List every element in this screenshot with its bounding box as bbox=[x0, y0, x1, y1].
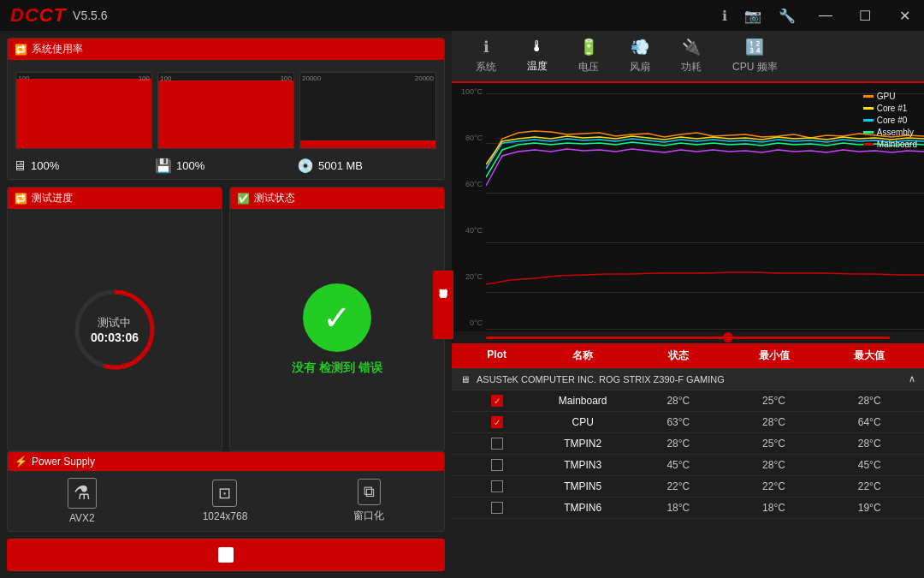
table-row: TMPIN5 22°C 22°C 22°C bbox=[452, 476, 924, 498]
logo: DCCT bbox=[10, 4, 66, 27]
y-20: 20°C bbox=[452, 272, 483, 281]
voltage-tab-icon: 🔋 bbox=[579, 38, 598, 57]
legend-core1-label: Core #1 bbox=[877, 104, 908, 113]
td-plot-2[interactable] bbox=[459, 438, 535, 450]
stop-icon bbox=[218, 547, 234, 563]
th-status: 状态 bbox=[631, 349, 726, 363]
system-usage-panel: 🔁 系统使用率 100 50 0 100 100 50 bbox=[7, 38, 445, 180]
temp-tab-label: 温度 bbox=[527, 59, 548, 74]
disk-bar bbox=[300, 140, 435, 148]
checkbox-2[interactable] bbox=[491, 438, 503, 450]
progress-icon: 🔁 bbox=[15, 193, 27, 205]
settings-icon[interactable]: 🔧 bbox=[779, 8, 796, 24]
y-100: 100°C bbox=[452, 87, 483, 96]
legend-gpu: GPU bbox=[863, 92, 917, 101]
td-plot-4[interactable] bbox=[459, 480, 535, 492]
td-status-3: 45°C bbox=[631, 459, 726, 471]
td-max-5: 19°C bbox=[821, 502, 917, 514]
td-name-3: TMPIN3 bbox=[535, 459, 631, 471]
td-plot-5[interactable] bbox=[459, 502, 535, 514]
tab-system[interactable]: ℹ 系统 bbox=[460, 31, 512, 81]
td-status-4: 22°C bbox=[631, 480, 726, 492]
td-max-0: 28°C bbox=[821, 395, 917, 407]
legend-gpu-label: GPU bbox=[877, 92, 896, 101]
td-min-5: 18°C bbox=[726, 502, 822, 514]
window-controls: — ☐ ✕ bbox=[806, 0, 924, 31]
power-icon: ⚡ bbox=[15, 456, 27, 468]
test-progress-panel: 🔁 测试进度 测试中 00:03:06 bbox=[7, 187, 222, 451]
slider-thumb[interactable] bbox=[723, 332, 733, 343]
status-highlight: 检测到 bbox=[319, 361, 355, 374]
side-toggle-button[interactable]: 临时关闭显示和录音 bbox=[433, 271, 453, 339]
status-prefix: 没有 bbox=[292, 361, 316, 374]
legend-core0-color bbox=[863, 119, 874, 122]
stop-button[interactable] bbox=[7, 539, 445, 571]
table-row: TMPIN3 45°C 28°C 45°C bbox=[452, 455, 924, 476]
legend-gpu-color bbox=[863, 95, 874, 98]
tab-voltage[interactable]: 🔋 电压 bbox=[563, 31, 614, 81]
cpu-usage-value: 100% bbox=[31, 159, 59, 172]
checkbox-5[interactable] bbox=[491, 502, 503, 514]
test-status-header: ✅ 测试状态 bbox=[230, 188, 444, 209]
mem-metric-icon: 💾 bbox=[155, 158, 172, 174]
status-suffix: 错误 bbox=[358, 361, 382, 374]
th-max: 最大值 bbox=[821, 349, 917, 363]
chart-area: 100°C 80°C 60°C 40°C 20°C 0°C bbox=[452, 83, 924, 331]
ps-item-avx2: ⚗ AVX2 bbox=[68, 478, 97, 524]
td-plot-3[interactable] bbox=[459, 459, 535, 471]
info-icon[interactable]: ℹ bbox=[722, 8, 727, 24]
voltage-tab-label: 电压 bbox=[578, 60, 599, 74]
timer-text: 测试中 00:03:06 bbox=[91, 315, 139, 344]
legend-core0-label: Core #0 bbox=[877, 116, 908, 125]
check-circle: ✓ bbox=[303, 283, 371, 352]
window-mode-label: 窗口化 bbox=[353, 509, 384, 523]
system-tab-icon: ℹ bbox=[483, 38, 489, 57]
td-max-4: 22°C bbox=[821, 480, 917, 492]
td-name-1: CPU bbox=[535, 416, 631, 428]
td-name-0: Mainboard bbox=[535, 395, 631, 407]
th-min: 最小值 bbox=[726, 349, 822, 363]
tab-power[interactable]: 🔌 功耗 bbox=[666, 31, 717, 81]
system-usage-header: 🔁 系统使用率 bbox=[8, 39, 444, 60]
legend-mainboard: Mainboard bbox=[863, 140, 917, 149]
tabs-bar: ℹ 系统 🌡 温度 🔋 电压 💨 风扇 🔌 功耗 🔢 CPU 频率 bbox=[452, 31, 924, 83]
data-table: Plot 名称 状态 最小值 最大值 🖥 ASUSTeK COMPUTER IN… bbox=[452, 343, 924, 578]
power-supply-body: ⚗ AVX2 ⊡ 1024x768 ⧉ 窗口化 bbox=[8, 471, 444, 531]
cpufreq-tab-icon: 🔢 bbox=[745, 38, 764, 57]
td-min-4: 22°C bbox=[726, 480, 822, 492]
td-plot-0[interactable]: ✓ bbox=[459, 395, 535, 407]
status-text: 没有 检测到 错误 bbox=[292, 361, 382, 376]
checkbox-4[interactable] bbox=[491, 480, 503, 492]
checkbox-3[interactable] bbox=[491, 459, 503, 471]
checkbox-1[interactable]: ✓ bbox=[491, 416, 503, 428]
camera-icon[interactable]: 📷 bbox=[744, 8, 761, 24]
tab-temperature[interactable]: 🌡 温度 bbox=[512, 31, 563, 83]
cpu-metric-icon: 🖥 bbox=[13, 158, 27, 174]
legend-core1: Core #1 bbox=[863, 104, 917, 113]
legend-core1-color bbox=[863, 107, 874, 110]
chart-lines-svg bbox=[486, 83, 924, 331]
table-row: ✓ Mainboard 28°C 25°C 28°C bbox=[452, 390, 924, 412]
disk-usage-value: 5001 MB bbox=[318, 159, 363, 172]
td-status-5: 18°C bbox=[631, 502, 726, 514]
close-button[interactable]: ✕ bbox=[885, 0, 924, 31]
td-plot-1[interactable]: ✓ bbox=[459, 416, 535, 428]
cpu-chart: 100 50 0 100 bbox=[15, 72, 152, 149]
y-0: 0°C bbox=[452, 319, 483, 327]
legend-core0: Core #0 bbox=[863, 116, 917, 125]
chart-slider[interactable] bbox=[452, 331, 924, 343]
cpu-bar bbox=[16, 79, 151, 148]
tab-cpu-freq[interactable]: 🔢 CPU 频率 bbox=[717, 31, 793, 81]
td-min-2: 25°C bbox=[726, 438, 822, 450]
group-collapse-icon[interactable]: ∧ bbox=[909, 373, 915, 384]
tab-fan[interactable]: 💨 风扇 bbox=[614, 31, 666, 81]
test-status-title: 测试状态 bbox=[254, 191, 295, 206]
restore-button[interactable]: ☐ bbox=[845, 0, 885, 31]
system-tab-label: 系统 bbox=[476, 60, 496, 74]
test-status-panel: ✅ 测试状态 ✓ 没有 检测到 错误 bbox=[229, 187, 445, 451]
avx2-label: AVX2 bbox=[69, 512, 95, 524]
td-name-4: TMPIN5 bbox=[535, 480, 631, 492]
power-supply-header: ⚡ Power Supply bbox=[8, 452, 444, 471]
checkbox-0[interactable]: ✓ bbox=[491, 395, 503, 407]
minimize-button[interactable]: — bbox=[806, 0, 845, 31]
